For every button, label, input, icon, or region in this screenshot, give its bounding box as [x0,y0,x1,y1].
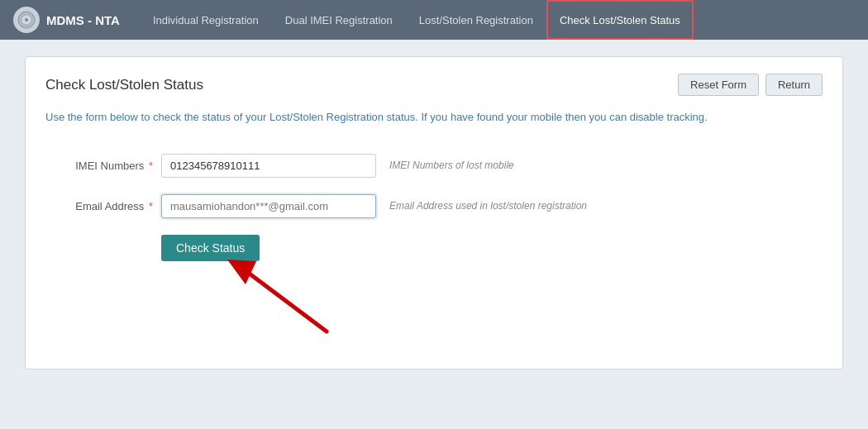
imei-hint: IMEI Numbers of lost mobile [389,160,514,171]
navbar-logo [13,7,40,33]
nav-item-dual-imei-registration[interactable]: Dual IMEI Registration [272,0,406,40]
card-actions: Reset Form Return [678,74,823,96]
svg-line-3 [244,269,327,331]
form-group-imei: IMEI Numbers * IMEI Numbers of lost mobi… [45,154,823,178]
imei-label: IMEI Numbers * [45,160,153,172]
email-hint: Email Address used in lost/stolen regist… [389,200,587,212]
nav-item-individual-registration[interactable]: Individual Registration [140,0,272,40]
navbar-brand: MDMS - NTA [13,7,120,33]
imei-input[interactable] [161,154,376,178]
navbar-nav: Individual Registration Dual IMEI Regist… [140,0,855,40]
reset-form-button[interactable]: Reset Form [678,74,759,96]
arrow-indicator [211,253,823,336]
email-label: Email Address * [45,200,153,212]
svg-point-2 [25,18,28,21]
email-input[interactable] [161,194,376,218]
footer: Nepal Telecommunications Authority [0,419,868,430]
red-arrow-svg [219,253,351,344]
navbar-brand-title: MDMS - NTA [46,13,120,27]
nav-item-check-lost-stolen-status[interactable]: Check Lost/Stolen Status [546,0,694,40]
info-text: Use the form below to check the status o… [45,109,823,126]
form-group-email: Email Address * Email Address used in lo… [45,194,823,218]
card-header: Check Lost/Stolen Status Reset Form Retu… [45,74,823,96]
form-section: IMEI Numbers * IMEI Numbers of lost mobi… [45,145,823,352]
check-status-section: Check Status [45,235,823,336]
card: Check Lost/Stolen Status Reset Form Retu… [25,56,843,369]
svg-marker-4 [227,260,256,284]
page-title: Check Lost/Stolen Status [45,77,203,93]
return-button[interactable]: Return [765,74,823,96]
navbar: MDMS - NTA Individual Registration Dual … [0,0,868,40]
nav-item-lost-stolen-registration[interactable]: Lost/Stolen Registration [406,0,546,40]
main-content: Check Lost/Stolen Status Reset Form Retu… [0,40,868,386]
